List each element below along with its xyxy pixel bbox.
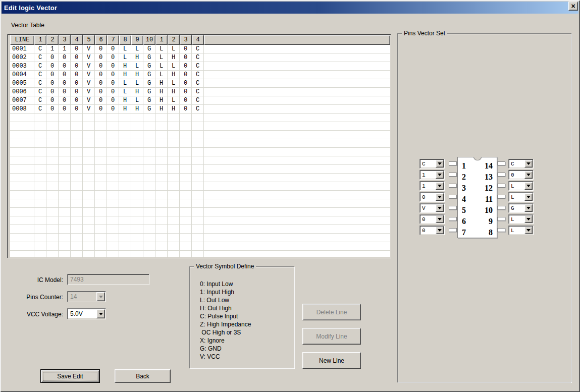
table-cell[interactable]: 0: [59, 96, 71, 104]
line-cell[interactable]: 0002: [10, 53, 34, 62]
table-cell[interactable]: C: [34, 45, 46, 53]
table-cell[interactable]: 0: [71, 71, 83, 79]
table-cell[interactable]: 0: [46, 53, 59, 62]
table-cell[interactable]: 0: [46, 96, 59, 104]
new-line-button[interactable]: New Line: [302, 352, 361, 369]
table-cell[interactable]: C: [192, 105, 204, 113]
table-cell[interactable]: L: [168, 96, 180, 104]
table-cell[interactable]: 0: [71, 62, 83, 70]
table-cell[interactable]: 0: [46, 79, 59, 87]
table-cell[interactable]: H: [155, 79, 168, 87]
table-cell[interactable]: V: [83, 53, 95, 62]
table-cell[interactable]: C: [34, 88, 46, 96]
table-cell[interactable]: 0: [180, 45, 192, 53]
table-cell[interactable]: 0: [95, 71, 107, 79]
column-header-pin-9[interactable]: 9: [131, 35, 143, 45]
table-cell[interactable]: H: [131, 71, 143, 79]
table-cell[interactable]: 0: [95, 53, 107, 62]
table-cell[interactable]: V: [83, 71, 95, 79]
table-cell[interactable]: L: [155, 45, 168, 53]
table-cell[interactable]: 0: [180, 79, 192, 87]
pin-6-combo[interactable]: 0: [419, 214, 445, 224]
table-cell[interactable]: 0: [180, 88, 192, 96]
table-cell[interactable]: H: [155, 88, 168, 96]
column-header-pin-1[interactable]: 1: [34, 35, 46, 45]
table-cell[interactable]: 0: [59, 105, 71, 113]
table-cell[interactable]: 0: [46, 62, 59, 70]
table-cell[interactable]: L: [168, 62, 180, 70]
table-cell[interactable]: C: [34, 105, 46, 113]
table-cell[interactable]: L: [131, 45, 143, 53]
table-cell[interactable]: L: [119, 88, 131, 96]
table-cell[interactable]: H: [131, 105, 143, 113]
table-cell[interactable]: 1: [59, 45, 71, 53]
table-cell[interactable]: L: [119, 79, 131, 87]
table-cell[interactable]: 0: [180, 53, 192, 62]
table-cell[interactable]: H: [168, 71, 180, 79]
table-row[interactable]: 0005C000V00LLGHL0C: [10, 79, 390, 88]
vcc-voltage-dropdown[interactable]: 5.0V: [67, 308, 106, 319]
table-cell[interactable]: 0: [95, 105, 107, 113]
column-header-pin-10[interactable]: 10: [143, 35, 155, 45]
table-row[interactable]: 0007C000V00HLGHL0C: [10, 96, 390, 105]
modify-line-button[interactable]: Modify Line: [302, 328, 361, 345]
table-cell[interactable]: 0: [59, 71, 71, 79]
pin-12-combo[interactable]: L: [508, 181, 534, 191]
table-cell[interactable]: H: [119, 96, 131, 104]
table-cell[interactable]: 0: [71, 88, 83, 96]
table-cell[interactable]: C: [192, 53, 204, 62]
table-cell[interactable]: 0: [107, 79, 119, 87]
table-cell[interactable]: L: [155, 53, 168, 62]
table-cell[interactable]: H: [119, 105, 131, 113]
table-row[interactable]: 0006C000V00LHGHH0C: [10, 88, 390, 96]
table-cell[interactable]: L: [155, 71, 168, 79]
table-cell[interactable]: H: [155, 105, 168, 113]
table-row[interactable]: 0002C000V00LHGLH0C: [10, 53, 390, 62]
table-cell[interactable]: G: [143, 53, 155, 62]
table-cell[interactable]: L: [119, 53, 131, 62]
table-cell[interactable]: 0: [180, 105, 192, 113]
table-cell[interactable]: C: [192, 45, 204, 53]
table-cell[interactable]: L: [131, 79, 143, 87]
table-cell[interactable]: 0: [46, 88, 59, 96]
table-row[interactable]: 0008C000V00HHGHH0C: [10, 105, 390, 114]
pin-7-combo[interactable]: 0: [419, 226, 445, 235]
table-cell[interactable]: 0: [95, 62, 107, 70]
column-header-pin-12[interactable]: 2: [168, 35, 180, 45]
column-header-pin-5[interactable]: 5: [83, 35, 95, 45]
table-cell[interactable]: 0: [71, 45, 83, 53]
table-cell[interactable]: C: [34, 96, 46, 104]
table-cell[interactable]: V: [83, 45, 95, 53]
pin-13-combo[interactable]: 0: [508, 170, 534, 180]
table-cell[interactable]: G: [143, 105, 155, 113]
line-cell[interactable]: 0005: [10, 79, 34, 87]
table-cell[interactable]: G: [143, 79, 155, 87]
table-cell[interactable]: G: [143, 71, 155, 79]
table-cell[interactable]: H: [119, 71, 131, 79]
table-cell[interactable]: G: [143, 96, 155, 104]
table-cell[interactable]: H: [131, 88, 143, 96]
pin-2-combo[interactable]: 1: [419, 170, 445, 180]
table-cell[interactable]: 0: [71, 105, 83, 113]
table-cell[interactable]: C: [192, 96, 204, 104]
pin-4-combo[interactable]: 0: [419, 192, 445, 202]
table-cell[interactable]: H: [131, 53, 143, 62]
table-cell[interactable]: V: [83, 79, 95, 87]
table-cell[interactable]: 0: [107, 71, 119, 79]
line-cell[interactable]: 0003: [10, 62, 34, 70]
table-cell[interactable]: 0: [107, 88, 119, 96]
table-cell[interactable]: L: [131, 62, 143, 70]
table-cell[interactable]: V: [83, 62, 95, 70]
table-cell[interactable]: 1: [46, 45, 59, 53]
column-header-pin-4[interactable]: 4: [71, 35, 83, 45]
table-cell[interactable]: 0: [107, 45, 119, 53]
table-cell[interactable]: H: [168, 88, 180, 96]
table-cell[interactable]: 0: [95, 96, 107, 104]
table-cell[interactable]: 0: [59, 79, 71, 87]
line-cell[interactable]: 0006: [10, 88, 34, 96]
pin-9-combo[interactable]: L: [508, 214, 534, 224]
pin-1-combo[interactable]: C: [419, 159, 445, 169]
table-cell[interactable]: 0: [59, 53, 71, 62]
column-header-pin-8[interactable]: 8: [119, 35, 131, 45]
vector-table[interactable]: LINE123456789101234 0001C110V00LLGLL0C00…: [7, 34, 391, 258]
